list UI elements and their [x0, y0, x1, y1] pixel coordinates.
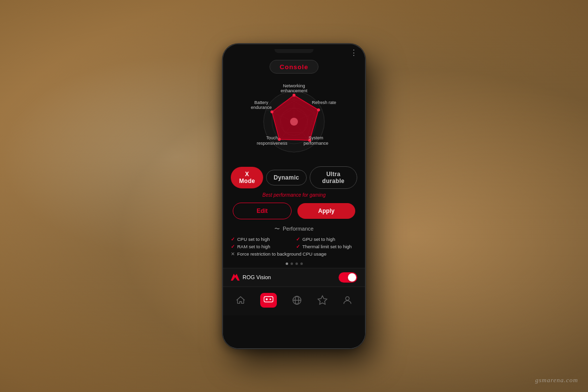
perf-thermal: ✓ Thermal limit set to high	[296, 244, 357, 249]
performance-icon: 〜	[274, 225, 280, 233]
gpu-check-icon: ✓	[296, 236, 300, 242]
edit-button[interactable]: Edit	[233, 203, 292, 219]
rog-vision-label: ROG Vision	[243, 274, 339, 280]
phone-device: ⋮ Console Networkingenhancement Refresh …	[223, 44, 365, 348]
cpu-label: CPU set to high	[237, 236, 270, 242]
more-options-icon[interactable]: ⋮	[350, 48, 358, 57]
nav-console[interactable]	[256, 291, 281, 310]
dot-3	[295, 262, 298, 265]
nav-scenarios[interactable]	[313, 293, 332, 308]
app-titlebar: Console	[223, 58, 365, 77]
perf-ram: ✓ RAM set to high	[231, 244, 292, 249]
mode-buttons-group: X Mode Dynamic Ultra durable	[223, 162, 365, 191]
nav-home[interactable]	[231, 293, 250, 308]
mode-subtitle: Best performance for gaming	[223, 191, 365, 201]
toggle-knob	[348, 273, 356, 282]
dot-1	[286, 262, 288, 265]
nav-armoury[interactable]	[288, 293, 306, 308]
app-content: Networkingenhancement Refresh rate Syste…	[223, 77, 365, 348]
action-buttons: Edit Apply	[223, 201, 365, 223]
performance-title: 〜 Performance	[231, 225, 357, 233]
svg-point-13	[293, 94, 295, 97]
nav-profile[interactable]	[338, 293, 357, 308]
radar-svg	[250, 81, 338, 160]
performance-label: Performance	[283, 226, 314, 232]
phone-screen: ⋮ Console Networkingenhancement Refresh …	[223, 44, 365, 348]
status-bar: ⋮	[223, 44, 365, 58]
svg-point-12	[290, 118, 298, 126]
restriction-label: Force restriction to background CPU usag…	[237, 251, 326, 257]
dot-4	[300, 262, 303, 265]
svg-point-17	[270, 110, 273, 113]
radar-section: Networkingenhancement Refresh rate Syste…	[223, 77, 365, 162]
ram-check-icon: ✓	[231, 244, 235, 249]
app-title: Console	[280, 63, 308, 71]
svg-point-20	[266, 298, 268, 300]
performance-section: 〜 Performance ✓ CPU set to high ✓ GPU se…	[223, 223, 365, 259]
svg-point-27	[346, 296, 349, 300]
performance-grid: ✓ CPU set to high ✓ GPU set to high ✓ RA…	[231, 236, 357, 257]
svg-marker-26	[318, 295, 326, 304]
apply-button[interactable]: Apply	[297, 203, 355, 219]
ram-label: RAM set to high	[237, 244, 270, 249]
svg-point-16	[278, 138, 281, 141]
mode-btn-xmode[interactable]: X Mode	[231, 167, 263, 188]
radar-chart: Networkingenhancement Refresh rate Syste…	[250, 81, 338, 160]
dot-2	[291, 262, 293, 265]
rog-logo-icon	[231, 274, 240, 281]
gpu-label: GPU set to high	[302, 236, 335, 242]
mode-btn-ultra-durable[interactable]: Ultra durable	[310, 166, 357, 189]
perf-gpu: ✓ GPU set to high	[296, 236, 357, 242]
rog-vision-section: ROG Vision	[223, 268, 365, 287]
svg-point-15	[308, 139, 311, 142]
restriction-cross-icon: ✕	[231, 251, 235, 257]
notch	[274, 49, 314, 53]
svg-rect-19	[264, 296, 273, 302]
mode-btn-dynamic[interactable]: Dynamic	[266, 170, 306, 185]
svg-marker-18	[231, 274, 240, 281]
cpu-check-icon: ✓	[231, 236, 235, 242]
app-title-pill: Console	[270, 60, 318, 74]
thermal-check-icon: ✓	[296, 244, 300, 249]
rog-vision-toggle[interactable]	[339, 272, 357, 283]
watermark: gsmarena.com	[535, 376, 578, 384]
perf-force-restriction: ✕ Force restriction to background CPU us…	[231, 251, 357, 257]
thermal-label: Thermal limit set to high	[302, 244, 352, 249]
svg-point-14	[317, 108, 320, 111]
perf-cpu: ✓ CPU set to high	[231, 236, 292, 242]
dots-indicator	[223, 259, 365, 268]
bottom-nav	[223, 287, 365, 315]
